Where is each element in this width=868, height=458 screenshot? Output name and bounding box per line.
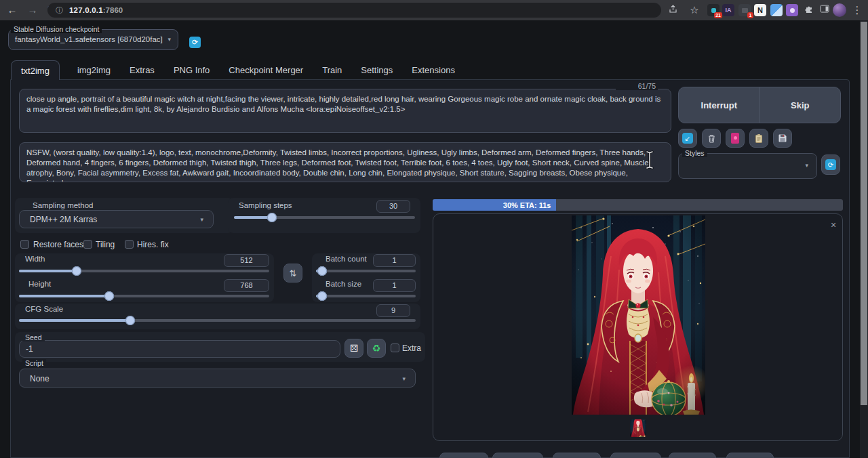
restore-faces-label: Restore faces [33, 240, 83, 249]
site-info-icon[interactable]: ⓘ [56, 5, 63, 16]
width-input[interactable]: 512 [224, 254, 269, 267]
tab-txt2img[interactable]: txt2img [11, 60, 60, 80]
sampling-steps-slider[interactable] [234, 216, 415, 219]
extra-seed-checkbox[interactable] [391, 344, 399, 352]
batch-size-slider[interactable] [316, 295, 416, 297]
cfg-scale-input[interactable]: 9 [376, 304, 410, 317]
checkpoint-label: Stable Diffusion checkpoint [11, 25, 102, 33]
slider-knob[interactable] [104, 291, 114, 301]
extension-ia-icon[interactable]: IA [722, 4, 734, 16]
gallery-thumbnail[interactable] [630, 419, 646, 437]
restore-faces-checkbox[interactable] [20, 240, 29, 249]
tab-png-info[interactable]: PNG Info [172, 60, 211, 80]
bookmark-star-icon[interactable]: ☆ [686, 0, 703, 20]
gallery-action-button[interactable] [553, 453, 601, 458]
hires-fix-label: Hires. fix [137, 240, 169, 249]
extension-badge: 21 [714, 12, 722, 18]
extensions-puzzle-icon[interactable] [801, 0, 817, 20]
close-preview-icon[interactable]: × [828, 220, 839, 230]
share-icon[interactable] [665, 0, 681, 20]
chevron-down-icon: ▾ [805, 162, 808, 169]
slider-knob[interactable] [125, 316, 135, 325]
generated-image-preview[interactable] [572, 215, 705, 415]
progress-fill: 30% ETA: 11s [433, 199, 556, 211]
width-slider[interactable] [19, 270, 269, 272]
extension-purple-icon[interactable] [786, 4, 798, 16]
tab-extras[interactable]: Extras [128, 60, 156, 80]
skip-button[interactable]: Skip [760, 87, 841, 123]
extension-blue-icon[interactable] [770, 4, 783, 16]
slider-knob[interactable] [267, 213, 277, 222]
slider-fill [19, 270, 77, 272]
floppy-save-icon [778, 133, 787, 143]
height-input[interactable]: 768 [224, 279, 269, 292]
slider-knob[interactable] [72, 266, 81, 276]
progress-bar: 30% ETA: 11s [433, 199, 843, 211]
extra-networks-button[interactable] [726, 129, 745, 148]
sidepanel-icon[interactable] [816, 0, 833, 20]
gallery-action-button[interactable] [610, 453, 661, 458]
prompt-textarea[interactable]: close up angle, portrait of a beautiful … [19, 89, 671, 133]
gallery-action-button[interactable] [492, 453, 543, 458]
seed-input[interactable]: -1 [19, 340, 340, 358]
tab-checkpoint-merger[interactable]: Checkpoint Merger [227, 60, 304, 80]
height-label: Height [28, 280, 51, 288]
tab-extensions[interactable]: Extensions [410, 60, 456, 80]
extension-dark-icon[interactable]: 1 [738, 4, 751, 16]
browser-toolbar: ← → ↻ ⓘ 127.0.0.1:7860 ☆ 21 IA 1 N [0, 0, 868, 20]
arrow-down-left-icon: ↙ [682, 133, 693, 144]
extension-notion-icon[interactable]: N [754, 4, 766, 16]
url-host: 127.0.0.1 [69, 6, 103, 14]
cfg-block [15, 304, 420, 329]
cfg-scale-slider[interactable] [19, 319, 416, 322]
apply-style-button[interactable] [749, 129, 768, 148]
batch-size-input[interactable]: 1 [373, 279, 416, 292]
page-scrollbar[interactable] [860, 20, 868, 458]
browser-forward-icon[interactable]: → [24, 0, 41, 20]
save-style-button[interactable] [773, 129, 792, 148]
browser-back-icon[interactable]: ← [4, 0, 20, 20]
tab-img2img[interactable]: img2img [76, 60, 112, 80]
browser-profile-avatar[interactable] [833, 3, 846, 17]
hires-fix-checkbox[interactable] [125, 240, 134, 249]
gallery-action-button[interactable] [439, 453, 488, 458]
slider-knob[interactable] [317, 266, 327, 276]
chevron-down-icon: ▾ [167, 36, 171, 43]
reuse-seed-recycle-button[interactable]: ♻ [367, 339, 386, 358]
scrollbar-thumb[interactable] [861, 22, 867, 405]
extension-badge: 1 [747, 12, 753, 18]
extra-seed-label: Extra [402, 344, 421, 353]
tab-settings[interactable]: Settings [359, 60, 394, 80]
main-tabbar: txt2img img2img Extras PNG Info Checkpoi… [11, 60, 456, 80]
paste-params-button[interactable]: ↙ [678, 129, 697, 148]
batch-count-slider[interactable] [316, 270, 416, 272]
styles-refresh-button[interactable]: ⟳ [821, 154, 840, 175]
script-dropdown[interactable]: None ▾ [19, 369, 416, 388]
sampling-steps-input[interactable]: 30 [376, 200, 410, 213]
interrupt-button[interactable]: Interrupt [679, 87, 760, 123]
slider-fill [19, 319, 130, 322]
generation-actions: Interrupt Skip [678, 87, 841, 123]
random-seed-dice-button[interactable]: ⚄ [344, 339, 363, 358]
gallery-action-button[interactable] [669, 453, 716, 458]
chevron-down-icon: ▾ [402, 375, 406, 382]
swap-dimensions-button[interactable]: ⇅ [283, 264, 302, 283]
address-bar[interactable]: ⓘ 127.0.0.1:7860 [47, 3, 661, 18]
browser-menu-icon[interactable]: ⋮ [849, 0, 865, 20]
batch-count-input[interactable]: 1 [373, 254, 416, 267]
extension-pinned-icon[interactable]: 21 [707, 4, 719, 16]
app-window: ← → ↻ ⓘ 127.0.0.1:7860 ☆ 21 IA 1 N [0, 0, 868, 458]
sampling-method-dropdown[interactable]: DPM++ 2M Karras ▾ [19, 210, 214, 228]
sampling-steps-label: Sampling steps [239, 201, 292, 209]
progress-text: 30% ETA: 11s [503, 201, 551, 209]
checkpoint-refresh-button[interactable]: ⟳ [189, 37, 201, 48]
chevron-down-icon: ▾ [200, 216, 203, 223]
slider-knob[interactable] [317, 291, 327, 301]
tab-train[interactable]: Train [321, 60, 343, 80]
height-slider[interactable] [19, 295, 269, 297]
tiling-checkbox[interactable] [83, 240, 92, 249]
clear-prompt-button[interactable] [702, 129, 721, 148]
checkpoint-value: fantasyWorld_v1.safetensors [6870d20fac] [15, 35, 163, 43]
negative-prompt-textarea[interactable]: NSFW, (worst quality, low quality:1.4), … [19, 142, 671, 182]
gallery-action-button[interactable] [726, 453, 774, 458]
